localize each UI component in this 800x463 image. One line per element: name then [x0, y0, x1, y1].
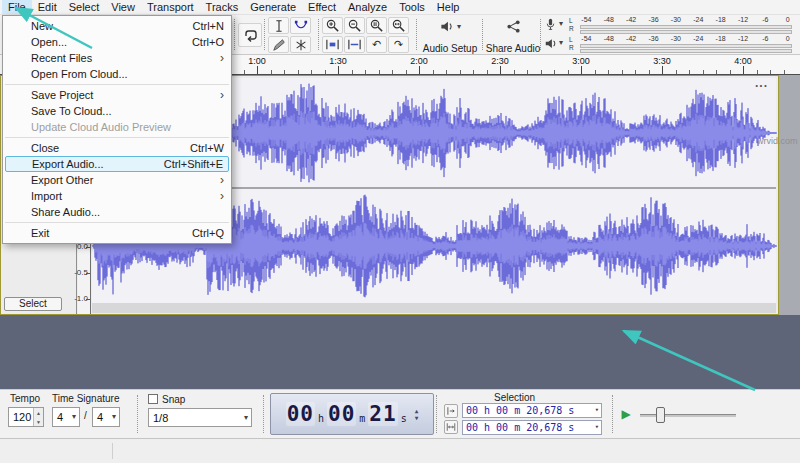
file-menu-item-exit[interactable]: ExitCtrl+Q — [3, 225, 231, 241]
meter-db-tick: 0 — [786, 35, 790, 43]
menubar-item-file[interactable]: File — [2, 0, 32, 14]
menubar-item-effect[interactable]: Effect — [302, 0, 342, 14]
menubar-item-edit[interactable]: Edit — [32, 0, 63, 14]
timeline-tick — [568, 70, 569, 74]
track-area-filler — [779, 75, 800, 315]
selection-end-field[interactable]: 00 h 00 m 20,678 s▾ — [462, 420, 602, 435]
zoom-in-button[interactable] — [322, 17, 343, 34]
status-bar — [0, 438, 800, 463]
meter-db-tick: -12 — [738, 16, 748, 24]
menubar-item-generate[interactable]: Generate — [244, 0, 302, 14]
zoom-out-button[interactable] — [344, 17, 365, 34]
menubar-item-analyze[interactable]: Analyze — [342, 0, 393, 14]
timeline-tick — [527, 70, 528, 74]
loop-button[interactable] — [238, 23, 262, 47]
timeline-tick — [257, 66, 258, 74]
menubar-item-view[interactable]: View — [105, 0, 141, 14]
file-menu-item-export-audio[interactable]: Export Audio...Ctrl+Shift+E — [5, 156, 229, 172]
timeline-tick — [649, 70, 650, 74]
file-menu-item-share-audio[interactable]: Share Audio... — [3, 204, 231, 220]
file-menu-item-import[interactable]: Import› — [3, 188, 231, 204]
timeline-tick — [298, 70, 299, 74]
menubar-item-tracks[interactable]: Tracks — [200, 0, 245, 14]
playback-meter[interactable]: ▾ LR -54-48-42-36-30-24-18-12-60 — [544, 35, 794, 53]
track-overflow-menu[interactable]: ... — [755, 76, 768, 90]
toolbar-grip[interactable] — [436, 395, 437, 433]
menu-separator — [5, 137, 229, 138]
toolbar-grip[interactable] — [482, 19, 483, 50]
timeline-tick — [608, 70, 609, 74]
toolbar-grip[interactable] — [318, 19, 319, 50]
toolbar-grip[interactable] — [612, 395, 613, 433]
file-menu: NewCtrl+NOpen...Ctrl+ORecent Files›Open … — [2, 15, 232, 244]
time-signature-lower-dropdown[interactable]: 4▾ — [92, 407, 120, 427]
selection-tool-button[interactable] — [268, 17, 289, 34]
play-speed-slider[interactable] — [640, 414, 736, 417]
toolbar-grip[interactable] — [264, 19, 265, 50]
meter-db-tick: -48 — [604, 16, 614, 24]
timeline-tick — [446, 70, 447, 74]
time-signature-upper-dropdown[interactable]: 4▾ — [52, 407, 80, 427]
recording-meter[interactable]: ▾ LR -54-48-42-36-30-24-18-12-60 — [544, 16, 794, 34]
toolbar-grip[interactable] — [416, 19, 417, 50]
menu-separator — [5, 84, 229, 85]
selection-start-toggle[interactable] — [444, 404, 458, 418]
menubar-item-select[interactable]: Select — [63, 0, 106, 14]
timeline-tick — [541, 70, 542, 74]
trim-audio-button[interactable] — [322, 36, 343, 53]
menubar-item-transport[interactable]: Transport — [141, 0, 200, 14]
file-menu-item-save-to-cloud[interactable]: Save To Cloud... — [3, 103, 231, 119]
menubar-item-tools[interactable]: Tools — [393, 0, 431, 14]
zoom-fit-button[interactable] — [388, 17, 409, 34]
share-audio-label: Share Audio — [486, 43, 541, 54]
meter-db-tick: -48 — [604, 35, 614, 43]
file-menu-item-recent-files[interactable]: Recent Files› — [3, 50, 231, 66]
selection-length-toggle[interactable] — [444, 420, 458, 434]
submenu-arrow-icon: › — [220, 190, 224, 202]
menubar-item-help[interactable]: Help — [431, 0, 466, 14]
file-menu-item-new[interactable]: NewCtrl+N — [3, 18, 231, 34]
file-menu-item-save-project[interactable]: Save Project› — [3, 87, 231, 103]
toolbar-grip[interactable] — [234, 19, 235, 50]
play-speed-slider-handle[interactable] — [656, 407, 665, 423]
redo-button[interactable]: ↷ — [388, 36, 409, 53]
timeline-tick — [311, 70, 312, 74]
file-menu-item-open-from-cloud[interactable]: Open From Cloud... — [3, 66, 231, 82]
spinner-arrows-icon[interactable]: ▲▼ — [415, 407, 419, 421]
spinner-arrows-icon[interactable]: ▲▼ — [33, 408, 43, 426]
audio-position-display[interactable]: 00h00m21s ▲▼ — [270, 393, 434, 435]
caret-down-icon: ▾ — [244, 414, 248, 422]
file-menu-item-close[interactable]: CloseCtrl+W — [3, 140, 231, 156]
zoom-selection-button[interactable] — [366, 17, 387, 34]
meter-db-tick: -36 — [648, 16, 658, 24]
snap-checkbox[interactable] — [148, 394, 158, 404]
undo-button[interactable]: ↶ — [366, 36, 387, 53]
timeline-label: 1:00 — [248, 56, 266, 66]
multi-tool-button[interactable] — [290, 36, 311, 53]
file-menu-item-update-cloud-audio-preview[interactable]: Update Cloud Audio Preview — [3, 119, 231, 135]
audio-setup-button[interactable]: ▾ Audio Setup — [420, 16, 480, 54]
track-select-button[interactable]: Select — [4, 297, 62, 311]
envelope-tool-button[interactable] — [290, 17, 311, 34]
toolbar-grip[interactable] — [137, 395, 138, 433]
file-menu-item-open[interactable]: Open...Ctrl+O — [3, 34, 231, 50]
recording-meter-scale: -54-48-42-36-30-24-18-12-60 — [580, 16, 792, 34]
amplitude-tick — [86, 247, 90, 248]
play-at-speed-button[interactable]: ▶ — [617, 405, 635, 423]
time-signature-slash: / — [84, 410, 87, 421]
selection-length-icon — [446, 422, 456, 432]
timeline-tick — [365, 70, 366, 74]
silence-audio-button[interactable] — [344, 36, 365, 53]
tempo-spinner[interactable]: 120 ▲▼ — [8, 407, 44, 427]
toolbar-grip[interactable] — [540, 19, 541, 50]
draw-tool-button[interactable] — [268, 36, 289, 53]
timeline-label: 2:30 — [491, 56, 509, 66]
selection-start-field[interactable]: 00 h 00 m 20,678 s▾ — [462, 403, 602, 418]
toolbar-grip[interactable] — [263, 395, 264, 433]
file-menu-item-export-other[interactable]: Export Other› — [3, 172, 231, 188]
meter-db-tick: -12 — [738, 35, 748, 43]
share-audio-button[interactable]: Share Audio — [486, 16, 540, 54]
snap-dropdown[interactable]: 1/8▾ — [148, 408, 252, 427]
trim-icon — [325, 37, 340, 52]
speaker-icon — [544, 36, 558, 51]
